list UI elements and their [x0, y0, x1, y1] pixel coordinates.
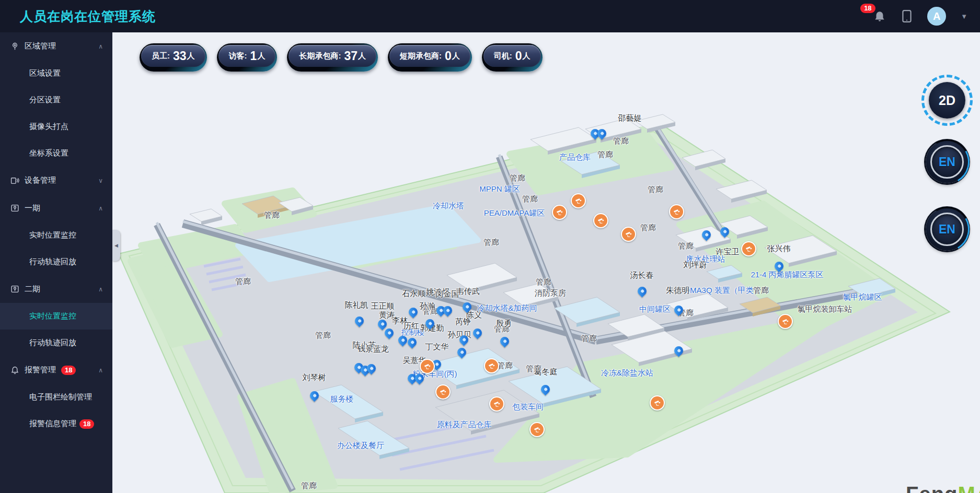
- camera-marker[interactable]: [571, 193, 586, 208]
- person-name-label: 殷勇: [496, 319, 512, 328]
- stat-pill-inner: 员工:33人: [141, 45, 205, 67]
- facility-label: MPPN 罐区: [479, 184, 520, 194]
- camera-marker[interactable]: [420, 359, 435, 374]
- corridor-label: 管廊: [483, 238, 499, 248]
- camera-marker[interactable]: [593, 213, 608, 228]
- map-mode-2d-label: 2D: [929, 82, 965, 119]
- stat-unit: 人: [187, 51, 195, 61]
- sidebar-group-area[interactable]: 区域管理∧: [0, 32, 112, 60]
- cctv-camera-icon: [439, 388, 447, 396]
- app-title: 人员在岗在位管理系统: [0, 8, 156, 25]
- cctv-camera-icon: [556, 208, 563, 216]
- sidebar-item-label: 行动轨迹回放: [29, 338, 76, 348]
- sidebar-group-label: 二期: [25, 284, 40, 294]
- corridor-label: 管廊: [235, 277, 251, 287]
- sidebar-item[interactable]: 电子围栏绘制管理: [0, 384, 112, 410]
- facility-label: 氯甲烷装卸车站: [798, 304, 852, 314]
- chevron-down-icon: ∨: [98, 177, 103, 184]
- person-name-label: 张兴伟: [767, 244, 791, 254]
- camera-marker[interactable]: [489, 396, 504, 412]
- cctv-camera-icon: [597, 217, 605, 225]
- phase-pin-icon: [10, 285, 19, 294]
- map-mode-2d-button[interactable]: 2D: [921, 75, 973, 126]
- alarm-count-badge: 18: [79, 419, 94, 429]
- cctv-camera-icon: [488, 362, 495, 370]
- person-name-label: 许宝卫: [716, 247, 740, 257]
- facility-label: 消防泵房: [535, 288, 566, 298]
- sidebar-collapse-handle[interactable]: ◀: [112, 230, 120, 261]
- app-header: 人员在岗在位管理系统 18 A ▼: [0, 0, 980, 32]
- map-control-label: EN: [939, 222, 955, 237]
- person-name-label: 孙瀚: [420, 301, 435, 311]
- sidebar-item[interactable]: 区域设置: [0, 60, 112, 87]
- person-name-label: 历红: [403, 321, 419, 331]
- notification-badge: 18: [860, 4, 875, 13]
- camera-marker[interactable]: [741, 241, 756, 256]
- stat-value: 37: [344, 49, 358, 63]
- corridor-label: 管廊: [510, 173, 525, 183]
- cctv-camera-icon: [574, 197, 582, 205]
- corridor-label: 管廊: [264, 210, 280, 220]
- camera-marker[interactable]: [529, 422, 545, 437]
- sidebar-group-phase1[interactable]: 一期∧: [0, 194, 112, 222]
- map-control-label: EN: [939, 155, 955, 169]
- sidebar-group-label: 设备管理: [25, 175, 56, 185]
- cctv-camera-icon: [781, 318, 789, 325]
- notifications-button[interactable]: 18: [873, 9, 886, 23]
- camera-marker[interactable]: [650, 395, 665, 410]
- stat-label: 访客:: [229, 51, 247, 61]
- person-name-label: 邵藝媞: [618, 113, 642, 123]
- stat-label: 司机:: [494, 51, 512, 61]
- stat-pill-inner: 司机:0人: [483, 45, 541, 67]
- sidebar-item[interactable]: 摄像头打点: [0, 113, 112, 140]
- stat-value: 1: [250, 49, 257, 63]
- chevron-up-icon: ∧: [98, 286, 103, 293]
- sidebar-item[interactable]: 报警信息管理18: [0, 410, 112, 437]
- camera-marker[interactable]: [435, 384, 451, 400]
- cctv-camera-icon: [625, 230, 632, 238]
- facility-label: 原料及产品仓库: [437, 420, 492, 430]
- person-name-label: 芮铮: [455, 317, 471, 327]
- avatar[interactable]: A: [927, 7, 946, 26]
- device-button[interactable]: [901, 9, 913, 23]
- camera-marker[interactable]: [778, 314, 793, 329]
- map-control-en-1[interactable]: EN: [926, 140, 969, 183]
- facility-label: 包装车间: [512, 402, 544, 412]
- corridor-label: 管廊: [597, 150, 613, 160]
- sidebar-item[interactable]: 实时位置监控: [0, 303, 112, 330]
- map-control-en-2[interactable]: EN: [926, 208, 969, 251]
- chevron-up-icon: ∧: [98, 43, 103, 50]
- sidebar-item[interactable]: 坐标系设置: [0, 140, 112, 167]
- camera-marker[interactable]: [669, 204, 684, 219]
- sidebar-item[interactable]: 分区设置: [0, 87, 112, 113]
- person-name-label: 葛冬庭: [534, 367, 558, 377]
- device-icon: [10, 176, 19, 185]
- sidebar-item[interactable]: 行动轨迹回放: [0, 249, 112, 275]
- facility-label: 办公楼及餐厅: [337, 441, 384, 451]
- person-name-label: 汤长春: [630, 271, 654, 280]
- camera-marker[interactable]: [621, 227, 636, 242]
- alarm-bell-icon: [10, 366, 19, 374]
- sidebar-item-label: 报警信息管理: [29, 419, 76, 429]
- sidebar-group-device[interactable]: 设备管理∨: [0, 167, 112, 194]
- facility-label: 服务楼: [330, 394, 354, 404]
- camera-marker[interactable]: [552, 205, 567, 220]
- sidebar-item[interactable]: 行动轨迹回放: [0, 330, 112, 356]
- sidebar-item-label: 实时位置监控: [29, 311, 76, 321]
- corridor-label: 管廊: [522, 194, 538, 204]
- facility-label: 氯甲烷罐区: [843, 292, 882, 302]
- stat-value: 0: [515, 49, 522, 63]
- stat-unit: 人: [257, 51, 265, 61]
- sidebar-item[interactable]: 实时位置监控: [0, 222, 112, 249]
- sidebar-group-phase2[interactable]: 二期∧: [0, 275, 112, 303]
- cctv-camera-icon: [653, 399, 661, 407]
- phase-pin-icon: [10, 204, 19, 213]
- facility-label: PEA/DMAPA罐区: [484, 208, 545, 218]
- chevron-down-icon[interactable]: ▼: [961, 13, 967, 20]
- cctv-camera-icon: [423, 362, 431, 370]
- map-engine-watermark: FengMAP: [906, 483, 980, 493]
- corridor-label: 管廊: [581, 334, 597, 344]
- camera-marker[interactable]: [484, 358, 499, 373]
- sidebar-group-alarm[interactable]: 报警管理18∧: [0, 356, 112, 384]
- watermark-suffix: MAP: [958, 483, 980, 493]
